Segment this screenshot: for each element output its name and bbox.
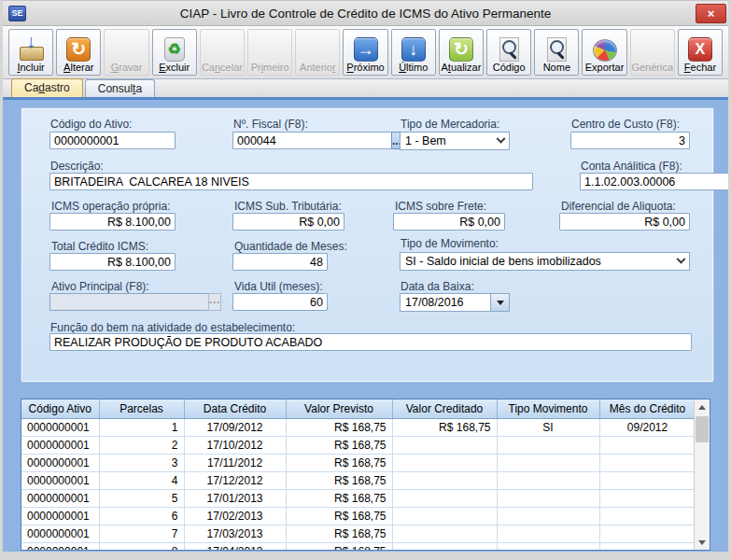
exportar-button[interactable]: Exportar <box>582 29 626 76</box>
descricao-label: Descrição: <box>50 160 104 173</box>
pie-chart-icon <box>593 39 617 62</box>
recycle-bin-icon: ♻ <box>164 37 185 62</box>
parcelas-grid: Código AtivoParcelasData CréditoValor Pr… <box>21 399 710 551</box>
grid-cell: R$ 168,75 <box>286 471 392 489</box>
grid-cell: 17/12/2012 <box>184 471 286 489</box>
grid-cell: 17/10/2012 <box>184 436 286 454</box>
grid-row[interactable]: 0000000001517/01/2013R$ 168,75 <box>21 489 696 507</box>
vida-util-input[interactable] <box>232 293 328 311</box>
incluir-button[interactable]: Incluir <box>8 29 53 76</box>
page-cadastro: Código do Ativo: Nº. Fiscal (F8): ... Ti… <box>3 103 728 552</box>
grid-cell: 17/11/2012 <box>184 454 286 471</box>
grid-row[interactable]: 0000000001417/12/2012R$ 168,75 <box>21 471 696 489</box>
grid-cell: 17/02/2013 <box>184 507 286 525</box>
grid-cell <box>497 454 599 471</box>
qtd-meses-input[interactable] <box>232 253 328 271</box>
refresh-orange-icon: ↻ <box>66 37 91 62</box>
proximo-button[interactable]: →Próximo <box>343 29 387 76</box>
close-red-icon: X <box>688 37 712 62</box>
tab-cadastro[interactable]: Cadastro <box>11 78 83 97</box>
fechar-label: Fechar <box>684 62 716 74</box>
no-fiscal-input[interactable] <box>232 132 391 149</box>
scroll-down-icon <box>698 540 706 545</box>
grid-cell: R$ 168,75 <box>286 525 392 542</box>
app-window: SE CIAP - Livro de Controle de Crédito d… <box>0 0 731 560</box>
cancelar-button: Cancelar <box>200 29 245 76</box>
icms-sub-label: ICMS Sub. Tributária: <box>234 200 342 213</box>
excluir-button[interactable]: ♻Excluir <box>152 29 197 76</box>
data-baixa-value: 17/08/2016 <box>401 294 490 311</box>
grid-cell: 0000000001 <box>21 418 99 436</box>
atualizar-button[interactable]: ↻Atualizar <box>439 29 484 76</box>
anterior-button: Anterior <box>295 29 340 76</box>
window-title: CIAP - Livro de Controle de Crédito de I… <box>59 7 672 21</box>
grid-cell <box>599 489 696 507</box>
conta-analitica-input[interactable] <box>580 173 731 190</box>
grid-cell: 0000000001 <box>21 542 99 551</box>
funcao-bem-input[interactable] <box>49 333 692 351</box>
gravar-label: Gravar <box>111 62 143 74</box>
toolbar: Incluir↻AlterarGravar♻ExcluirCancelarPri… <box>3 26 728 79</box>
vida-util-label: Vida Util (meses): <box>234 280 322 293</box>
excluir-label: Excluir <box>159 62 190 74</box>
grid-cell: R$ 168,75 <box>286 418 392 436</box>
grid-cell <box>599 471 696 489</box>
fechar-button[interactable]: XFechar <box>678 29 723 76</box>
scroll-up-button[interactable] <box>695 399 710 414</box>
refresh-green-icon: ↻ <box>449 37 473 62</box>
grid-row[interactable]: 0000000001617/02/2013R$ 168,75 <box>21 507 696 525</box>
grid-vertical-scrollbar[interactable] <box>694 399 710 550</box>
arrow-right-blue-icon: → <box>354 37 378 62</box>
no-fiscal-label: Nº. Fiscal (F8): <box>233 118 308 131</box>
no-icon <box>210 37 234 62</box>
icms-operacao-input[interactable] <box>49 213 176 231</box>
grid-table-host: Código AtivoParcelasData CréditoValor Pr… <box>21 399 710 551</box>
alterar-button[interactable]: ↻Alterar <box>56 29 101 76</box>
codigo-button[interactable]: Código <box>486 29 531 76</box>
grid-column-header: Valor Previsto <box>286 399 392 418</box>
descricao-input[interactable] <box>49 173 533 190</box>
tipo-movimento-select[interactable]: SI - Saldo inicial de bens imobilizados <box>400 252 690 271</box>
data-baixa-label: Data da Baixa: <box>401 280 474 293</box>
grid-column-header: Data Crédito <box>184 399 286 418</box>
dif-aliquota-label: Diferencial de Aliquota: <box>561 200 676 213</box>
tabbar: CadastroConsulta <box>3 79 728 100</box>
grid-row[interactable]: 0000000001317/11/2012R$ 168,75 <box>21 454 696 471</box>
no-fiscal-field: ... <box>232 132 324 149</box>
icms-frete-input[interactable] <box>393 213 505 231</box>
scroll-down-button[interactable] <box>695 535 710 550</box>
grid-row[interactable]: 0000000001117/09/2012R$ 168,75R$ 168,75S… <box>21 418 696 436</box>
form-panel: Código do Ativo: Nº. Fiscal (F8): ... Ti… <box>21 107 714 383</box>
grid-row[interactable]: 0000000001817/04/2013R$ 168,75 <box>21 542 696 551</box>
total-credito-input[interactable] <box>49 253 176 271</box>
ultimo-button[interactable]: ↓Último <box>391 29 436 76</box>
grid-cell: 17/09/2012 <box>184 418 286 436</box>
data-baixa-drop-button[interactable] <box>490 294 509 311</box>
data-baixa-picker[interactable]: 17/08/2016 <box>400 293 510 312</box>
grid-cell <box>599 507 696 525</box>
dif-aliquota-input[interactable] <box>559 213 690 231</box>
grid-column-header: Parcelas <box>99 399 184 418</box>
tipo-mercadoria-select[interactable]: 1 - Bem <box>400 132 510 150</box>
nome-label: Nome <box>543 62 570 74</box>
ativo-principal-input <box>49 293 208 311</box>
scrollbar-thumb[interactable] <box>696 416 709 442</box>
centro-custo-input[interactable] <box>570 132 690 149</box>
tab-consulta-label: Consulta <box>98 82 142 95</box>
generica-label: Genérica <box>631 62 673 74</box>
grid-row[interactable]: 0000000001217/10/2012R$ 168,75 <box>21 436 696 454</box>
grid-cell <box>497 525 599 542</box>
titlebar[interactable]: SE CIAP - Livro de Controle de Crédito d… <box>3 1 728 26</box>
ellipsis-icon: ··· <box>209 297 220 308</box>
grid-row[interactable]: 0000000001717/03/2013R$ 168,75 <box>21 525 696 542</box>
icms-sub-input[interactable] <box>232 213 344 231</box>
gravar-button: Gravar <box>104 29 148 76</box>
grid-cell <box>392 542 497 551</box>
primeiro-label: Primeiro <box>251 62 289 74</box>
nome-button[interactable]: Nome <box>534 29 579 76</box>
grid-cell <box>392 436 497 454</box>
window-close-button[interactable]: × <box>696 4 726 23</box>
tab-consulta[interactable]: Consulta <box>85 79 155 97</box>
grid-cell: 17/04/2013 <box>184 542 286 551</box>
codigo-ativo-input[interactable] <box>49 132 176 149</box>
